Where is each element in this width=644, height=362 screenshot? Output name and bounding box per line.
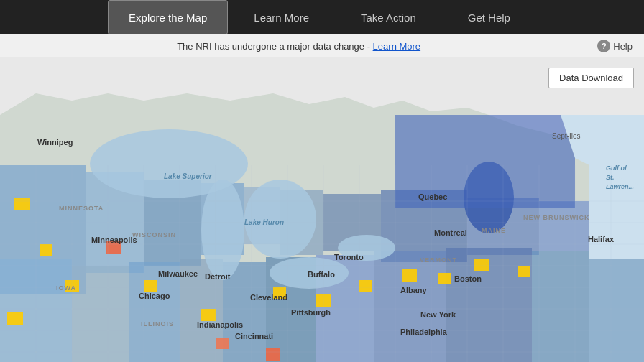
svg-rect-11 — [539, 201, 597, 251]
nav-learn[interactable]: Learn More — [228, 0, 335, 34]
svg-rect-37 — [216, 338, 229, 349]
info-bar: The NRI has undergone a major data chang… — [0, 34, 644, 57]
svg-rect-29 — [273, 287, 286, 299]
svg-rect-38 — [266, 348, 280, 361]
info-text: The NRI has undergone a major data chang… — [0, 41, 597, 52]
svg-rect-45 — [395, 115, 575, 208]
help-label: Help — [613, 41, 632, 52]
help-icon: ? — [597, 40, 610, 52]
nav-help[interactable]: Get Help — [442, 0, 536, 34]
svg-rect-14 — [129, 262, 180, 362]
svg-point-40 — [201, 180, 244, 280]
svg-rect-26 — [7, 312, 23, 325]
svg-rect-24 — [40, 244, 52, 256]
nav-action[interactable]: Take Action — [335, 0, 442, 34]
svg-point-41 — [244, 180, 316, 259]
svg-rect-32 — [402, 269, 417, 282]
svg-rect-19 — [374, 251, 446, 362]
svg-rect-31 — [359, 280, 372, 292]
map-container[interactable]: Data Download Winnipeg Minneapolis Milwa… — [0, 57, 644, 362]
svg-rect-35 — [518, 266, 530, 277]
nav-bar: Explore the Map Learn More Take Action G… — [0, 0, 644, 34]
nav-explore[interactable]: Explore the Map — [108, 0, 228, 34]
svg-rect-21 — [532, 251, 589, 362]
info-learn-more-link[interactable]: Learn More — [373, 41, 420, 52]
svg-point-43 — [338, 235, 395, 261]
svg-rect-34 — [474, 259, 489, 271]
svg-rect-22 — [589, 259, 644, 362]
map-svg — [0, 57, 644, 362]
help-link[interactable]: ? Help — [597, 40, 632, 52]
svg-rect-28 — [201, 309, 216, 321]
svg-rect-23 — [14, 198, 30, 210]
info-message: The NRI has undergone a major data chang… — [177, 41, 372, 52]
svg-point-42 — [270, 257, 349, 289]
data-download-button[interactable]: Data Download — [548, 68, 634, 88]
svg-rect-36 — [106, 241, 121, 254]
svg-rect-33 — [438, 273, 451, 284]
svg-rect-27 — [144, 280, 157, 292]
svg-rect-13 — [72, 266, 129, 362]
